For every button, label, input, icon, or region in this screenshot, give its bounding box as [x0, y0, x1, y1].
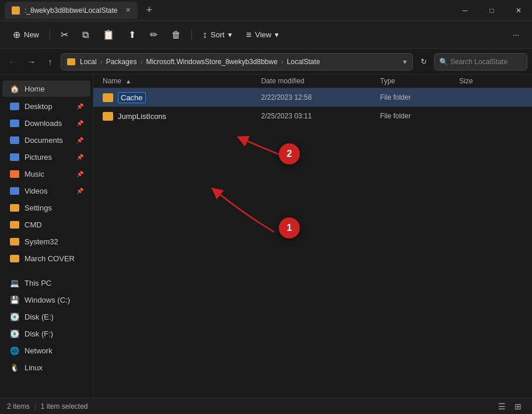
copy-icon: ⧉: [82, 30, 89, 40]
sort-button[interactable]: ↕ Sort ▾: [197, 24, 238, 45]
music-label: Music: [24, 170, 44, 178]
sort-arrow: ▲: [125, 78, 131, 85]
cache-type: File folder: [380, 93, 459, 101]
sidebar-item-disk-f[interactable]: 💽 Disk (F:): [2, 325, 90, 342]
refresh-button[interactable]: ↻: [415, 54, 432, 70]
drive-c-icon: 💾: [9, 294, 20, 305]
cache-date: 2/22/2023 12:58: [261, 93, 380, 101]
drive-f-icon: 💽: [9, 328, 20, 339]
paste-button[interactable]: 📋: [97, 24, 120, 45]
linux-label: Linux: [24, 363, 43, 372]
view-button[interactable]: ≡ View ▾: [240, 24, 285, 45]
maximize-btn[interactable]: □: [478, 0, 505, 21]
this-pc-icon: 💻: [9, 278, 20, 288]
more-icon: ···: [513, 30, 519, 39]
tab-close-btn[interactable]: ✕: [125, 6, 131, 14]
search-box[interactable]: 🔍 Search LocalState: [434, 53, 527, 71]
videos-label: Videos: [24, 187, 48, 195]
sidebar-item-pictures[interactable]: Pictures 📌: [2, 149, 90, 165]
folder-icon-cache: [103, 93, 113, 102]
column-headers: Name ▲ Date modified Type Size: [93, 75, 532, 88]
new-icon: ⊕: [13, 29, 20, 40]
documents-label: Documents: [24, 136, 63, 145]
forward-button[interactable]: →: [23, 54, 40, 70]
col-name-header[interactable]: Name ▲: [103, 77, 261, 85]
cache-rename-field[interactable]: Cache: [118, 92, 146, 103]
more-options-button[interactable]: ···: [507, 24, 525, 45]
sidebar-item-home[interactable]: 🏠 Home: [2, 80, 90, 97]
sidebar-item-linux[interactable]: 🐧 Linux: [2, 359, 90, 376]
file-row-cache[interactable]: Cache 2/22/2023 12:58 File folder: [93, 88, 532, 107]
sep2: ›: [140, 58, 142, 66]
col-type-header[interactable]: Type: [380, 77, 459, 85]
separator-1: [50, 29, 50, 41]
cmd-icon: [9, 219, 20, 230]
minimize-btn[interactable]: ─: [452, 0, 478, 21]
pin-icon-2: 📌: [76, 120, 83, 127]
up-button[interactable]: ↑: [42, 54, 58, 70]
sidebar-item-network[interactable]: 🌐 Network: [2, 342, 90, 359]
sort-label: Sort: [211, 30, 225, 39]
breadcrumb[interactable]: Local › Packages › Microsoft.WindowsStor…: [61, 53, 413, 71]
breadcrumb-dropdown[interactable]: ▾: [403, 58, 407, 66]
drive-c-label: Windows (C:): [24, 296, 70, 304]
music-icon: [9, 169, 20, 179]
statusbar-view-controls: ☰ ⊞: [495, 399, 525, 413]
sidebar-item-windows-c[interactable]: 💾 Windows (C:): [2, 292, 90, 308]
bc-packages: Packages: [106, 58, 137, 66]
share-button[interactable]: ⬆: [123, 24, 142, 45]
sidebar-item-system32[interactable]: System32: [2, 233, 90, 250]
rename-button[interactable]: ✏: [144, 24, 163, 45]
close-btn[interactable]: ✕: [505, 0, 532, 21]
drive-e-label: Disk (E:): [24, 313, 54, 321]
drive-f-label: Disk (F:): [24, 329, 53, 338]
sidebar-item-march-cover[interactable]: March COVER: [2, 250, 90, 266]
addressbar: ← → ↑ Local › Packages › Microsoft.Windo…: [0, 49, 532, 75]
statusbar: 2 items | 1 item selected ☰ ⊞: [0, 398, 532, 414]
sep3: ›: [281, 58, 284, 66]
titlebar-tab[interactable]: :_8wekyb3d8bbwe\LocalState ✕: [5, 2, 138, 19]
pictures-label: Pictures: [24, 153, 52, 162]
large-icons-view-btn[interactable]: ⊞: [511, 399, 525, 413]
window-controls: ─ □ ✕: [452, 0, 532, 21]
home-icon: 🏠: [9, 83, 20, 94]
jumplist-type: File folder: [380, 112, 459, 120]
videos-icon: [9, 185, 20, 196]
bc-store: Microsoft.WindowsStore_8wekyb3d8bbwe: [146, 58, 277, 66]
new-button[interactable]: ⊕ New: [7, 24, 45, 45]
search-icon: 🔍: [439, 58, 448, 66]
sidebar-item-desktop[interactable]: Desktop 📌: [2, 98, 90, 114]
view-label: View: [255, 30, 271, 39]
copy-button[interactable]: ⧉: [76, 24, 94, 45]
annotation-2: 2: [279, 143, 300, 164]
tab-folder-icon: [12, 6, 20, 15]
new-tab-btn[interactable]: +: [142, 3, 156, 17]
sidebar-item-disk-e[interactable]: 💽 Disk (E:): [2, 308, 90, 325]
sidebar-item-documents[interactable]: Documents 📌: [2, 132, 90, 148]
back-button[interactable]: ←: [5, 54, 21, 70]
jumplist-label: JumpListIcons: [118, 112, 166, 121]
delete-button[interactable]: 🗑: [166, 24, 187, 45]
details-view-btn[interactable]: ☰: [495, 399, 509, 413]
rename-icon: ✏: [150, 29, 158, 40]
sidebar-item-settings[interactable]: Settings: [2, 199, 90, 216]
pin-icon-3: 📌: [76, 137, 83, 143]
sidebar-item-cmd[interactable]: CMD: [2, 216, 90, 233]
desktop-label: Desktop: [24, 102, 52, 111]
sidebar-item-downloads[interactable]: Downloads 📌: [2, 115, 90, 131]
sort-icon: ↕: [202, 30, 207, 40]
desktop-icon: [9, 101, 20, 111]
col-size-header[interactable]: Size: [459, 77, 523, 85]
sidebar-item-videos[interactable]: Videos 📌: [2, 183, 90, 199]
col-date-header[interactable]: Date modified: [261, 77, 380, 85]
cmd-label: CMD: [24, 220, 42, 229]
cut-button[interactable]: ✂: [55, 24, 74, 45]
sidebar-item-this-pc[interactable]: 💻 This PC: [2, 275, 90, 291]
system32-label: System32: [24, 237, 58, 246]
pictures-icon: [9, 152, 20, 162]
file-row-jumplisticons[interactable]: JumpListIcons 2/25/2023 03:11 File folde…: [93, 107, 532, 125]
toolbar: ⊕ New ✂ ⧉ 📋 ⬆ ✏ 🗑 ↕ Sort ▾ ≡ View ▾ ···: [0, 21, 532, 49]
status-divider: |: [34, 402, 36, 411]
sidebar-item-music[interactable]: Music 📌: [2, 166, 90, 182]
new-label: New: [24, 30, 39, 39]
